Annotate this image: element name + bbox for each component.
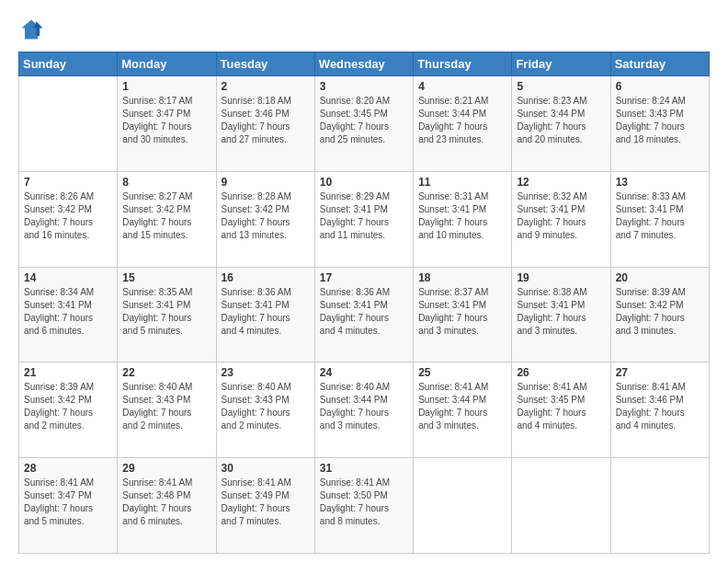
day-number: 18 bbox=[418, 271, 506, 284]
day-number: 9 bbox=[222, 176, 310, 189]
calendar-cell bbox=[19, 76, 118, 172]
cell-content: Sunrise: 8:35 AM Sunset: 3:41 PM Dayligh… bbox=[122, 286, 210, 338]
day-number: 6 bbox=[616, 80, 704, 93]
cell-content: Sunrise: 8:41 AM Sunset: 3:44 PM Dayligh… bbox=[418, 381, 506, 432]
cell-content: Sunrise: 8:26 AM Sunset: 3:42 PM Dayligh… bbox=[24, 190, 112, 242]
cell-content: Sunrise: 8:27 AM Sunset: 3:42 PM Dayligh… bbox=[122, 190, 210, 242]
day-number: 10 bbox=[320, 176, 408, 189]
cell-content: Sunrise: 8:41 AM Sunset: 3:50 PM Dayligh… bbox=[320, 477, 408, 528]
calendar-cell bbox=[414, 458, 512, 554]
cell-content: Sunrise: 8:20 AM Sunset: 3:45 PM Dayligh… bbox=[320, 95, 408, 146]
header-cell-saturday: Saturday bbox=[610, 52, 709, 76]
cell-content: Sunrise: 8:36 AM Sunset: 3:41 PM Dayligh… bbox=[320, 286, 408, 338]
day-number: 13 bbox=[616, 176, 704, 189]
day-number: 8 bbox=[122, 176, 210, 189]
calendar-cell: 3Sunrise: 8:20 AM Sunset: 3:45 PM Daylig… bbox=[314, 76, 413, 172]
cell-content: Sunrise: 8:37 AM Sunset: 3:41 PM Dayligh… bbox=[418, 286, 506, 338]
calendar-cell: 4Sunrise: 8:21 AM Sunset: 3:44 PM Daylig… bbox=[414, 76, 512, 172]
calendar-cell: 23Sunrise: 8:40 AM Sunset: 3:43 PM Dayli… bbox=[216, 362, 314, 458]
calendar-cell: 16Sunrise: 8:36 AM Sunset: 3:41 PM Dayli… bbox=[216, 267, 314, 362]
calendar-cell: 19Sunrise: 8:38 AM Sunset: 3:41 PM Dayli… bbox=[512, 267, 610, 362]
calendar-cell: 11Sunrise: 8:31 AM Sunset: 3:41 PM Dayli… bbox=[414, 171, 512, 267]
calendar-cell: 25Sunrise: 8:41 AM Sunset: 3:44 PM Dayli… bbox=[414, 362, 512, 458]
day-number: 23 bbox=[222, 366, 310, 379]
day-number: 4 bbox=[418, 80, 506, 93]
calendar-cell: 22Sunrise: 8:40 AM Sunset: 3:43 PM Dayli… bbox=[118, 362, 216, 458]
day-number: 1 bbox=[122, 80, 210, 93]
week-row-2: 7Sunrise: 8:26 AM Sunset: 3:42 PM Daylig… bbox=[19, 171, 710, 267]
day-number: 30 bbox=[222, 462, 310, 475]
header bbox=[18, 17, 710, 42]
calendar-cell: 12Sunrise: 8:32 AM Sunset: 3:41 PM Dayli… bbox=[512, 171, 610, 267]
page: SundayMondayTuesdayWednesdayThursdayFrid… bbox=[0, 0, 728, 563]
day-number: 15 bbox=[122, 271, 210, 284]
day-number: 11 bbox=[418, 176, 506, 189]
cell-content: Sunrise: 8:32 AM Sunset: 3:41 PM Dayligh… bbox=[517, 190, 605, 242]
day-number: 7 bbox=[24, 176, 112, 189]
cell-content: Sunrise: 8:24 AM Sunset: 3:43 PM Dayligh… bbox=[616, 95, 704, 146]
day-number: 28 bbox=[24, 462, 112, 475]
day-number: 25 bbox=[418, 366, 506, 379]
calendar-cell: 1Sunrise: 8:17 AM Sunset: 3:47 PM Daylig… bbox=[118, 76, 216, 172]
calendar-cell: 20Sunrise: 8:39 AM Sunset: 3:42 PM Dayli… bbox=[610, 267, 709, 362]
header-cell-sunday: Sunday bbox=[19, 52, 118, 76]
cell-content: Sunrise: 8:28 AM Sunset: 3:42 PM Dayligh… bbox=[222, 190, 310, 242]
calendar-cell bbox=[512, 458, 610, 554]
day-number: 20 bbox=[616, 271, 704, 284]
cell-content: Sunrise: 8:21 AM Sunset: 3:44 PM Dayligh… bbox=[418, 95, 506, 146]
cell-content: Sunrise: 8:41 AM Sunset: 3:48 PM Dayligh… bbox=[122, 477, 210, 528]
day-number: 24 bbox=[320, 366, 408, 379]
cell-content: Sunrise: 8:41 AM Sunset: 3:46 PM Dayligh… bbox=[616, 381, 704, 432]
calendar-cell: 10Sunrise: 8:29 AM Sunset: 3:41 PM Dayli… bbox=[314, 171, 413, 267]
cell-content: Sunrise: 8:39 AM Sunset: 3:42 PM Dayligh… bbox=[616, 286, 704, 338]
calendar-cell: 31Sunrise: 8:41 AM Sunset: 3:50 PM Dayli… bbox=[314, 458, 413, 554]
calendar-cell bbox=[610, 458, 709, 554]
day-number: 27 bbox=[616, 366, 704, 379]
calendar-header: SundayMondayTuesdayWednesdayThursdayFrid… bbox=[19, 52, 710, 76]
cell-content: Sunrise: 8:18 AM Sunset: 3:46 PM Dayligh… bbox=[222, 95, 310, 146]
calendar-cell: 21Sunrise: 8:39 AM Sunset: 3:42 PM Dayli… bbox=[19, 362, 118, 458]
calendar-table: SundayMondayTuesdayWednesdayThursdayFrid… bbox=[18, 52, 710, 554]
day-number: 12 bbox=[517, 176, 605, 189]
cell-content: Sunrise: 8:34 AM Sunset: 3:41 PM Dayligh… bbox=[24, 286, 112, 338]
cell-content: Sunrise: 8:41 AM Sunset: 3:47 PM Dayligh… bbox=[24, 477, 112, 528]
cell-content: Sunrise: 8:36 AM Sunset: 3:41 PM Dayligh… bbox=[222, 286, 310, 338]
header-row: SundayMondayTuesdayWednesdayThursdayFrid… bbox=[19, 52, 710, 76]
day-number: 19 bbox=[517, 271, 605, 284]
week-row-4: 21Sunrise: 8:39 AM Sunset: 3:42 PM Dayli… bbox=[19, 362, 710, 458]
calendar-cell: 7Sunrise: 8:26 AM Sunset: 3:42 PM Daylig… bbox=[19, 171, 118, 267]
cell-content: Sunrise: 8:40 AM Sunset: 3:43 PM Dayligh… bbox=[222, 381, 310, 432]
week-row-1: 1Sunrise: 8:17 AM Sunset: 3:47 PM Daylig… bbox=[19, 76, 710, 172]
calendar-cell: 6Sunrise: 8:24 AM Sunset: 3:43 PM Daylig… bbox=[610, 76, 709, 172]
calendar-cell: 9Sunrise: 8:28 AM Sunset: 3:42 PM Daylig… bbox=[216, 171, 314, 267]
calendar-cell: 13Sunrise: 8:33 AM Sunset: 3:41 PM Dayli… bbox=[610, 171, 709, 267]
day-number: 16 bbox=[222, 271, 310, 284]
cell-content: Sunrise: 8:29 AM Sunset: 3:41 PM Dayligh… bbox=[320, 190, 408, 242]
logo bbox=[18, 17, 48, 42]
calendar-cell: 30Sunrise: 8:41 AM Sunset: 3:49 PM Dayli… bbox=[216, 458, 314, 554]
calendar-cell: 27Sunrise: 8:41 AM Sunset: 3:46 PM Dayli… bbox=[610, 362, 709, 458]
cell-content: Sunrise: 8:41 AM Sunset: 3:49 PM Dayligh… bbox=[222, 477, 310, 528]
calendar-body: 1Sunrise: 8:17 AM Sunset: 3:47 PM Daylig… bbox=[19, 76, 710, 554]
calendar-cell: 15Sunrise: 8:35 AM Sunset: 3:41 PM Dayli… bbox=[118, 267, 216, 362]
cell-content: Sunrise: 8:23 AM Sunset: 3:44 PM Dayligh… bbox=[517, 95, 605, 146]
week-row-5: 28Sunrise: 8:41 AM Sunset: 3:47 PM Dayli… bbox=[19, 458, 710, 554]
cell-content: Sunrise: 8:40 AM Sunset: 3:44 PM Dayligh… bbox=[320, 381, 408, 432]
day-number: 14 bbox=[24, 271, 112, 284]
calendar-cell: 26Sunrise: 8:41 AM Sunset: 3:45 PM Dayli… bbox=[512, 362, 610, 458]
calendar-cell: 2Sunrise: 8:18 AM Sunset: 3:46 PM Daylig… bbox=[216, 76, 314, 172]
calendar-cell: 8Sunrise: 8:27 AM Sunset: 3:42 PM Daylig… bbox=[118, 171, 216, 267]
calendar-cell: 5Sunrise: 8:23 AM Sunset: 3:44 PM Daylig… bbox=[512, 76, 610, 172]
header-cell-thursday: Thursday bbox=[414, 52, 512, 76]
day-number: 31 bbox=[320, 462, 408, 475]
cell-content: Sunrise: 8:38 AM Sunset: 3:41 PM Dayligh… bbox=[517, 286, 605, 338]
cell-content: Sunrise: 8:41 AM Sunset: 3:45 PM Dayligh… bbox=[517, 381, 605, 432]
logo-icon bbox=[18, 17, 44, 42]
day-number: 29 bbox=[122, 462, 210, 475]
header-cell-friday: Friday bbox=[512, 52, 610, 76]
day-number: 21 bbox=[24, 366, 112, 379]
header-cell-tuesday: Tuesday bbox=[216, 52, 314, 76]
day-number: 5 bbox=[517, 80, 605, 93]
calendar-cell: 28Sunrise: 8:41 AM Sunset: 3:47 PM Dayli… bbox=[19, 458, 118, 554]
week-row-3: 14Sunrise: 8:34 AM Sunset: 3:41 PM Dayli… bbox=[19, 267, 710, 362]
